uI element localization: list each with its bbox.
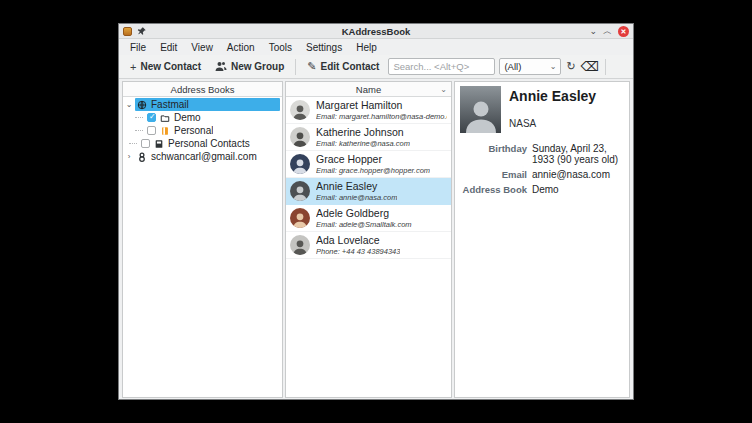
menu-file[interactable]: File <box>123 41 153 54</box>
group-icon <box>215 61 227 72</box>
tree-item-demo[interactable]: Demo <box>123 111 282 124</box>
avatar <box>290 181 310 201</box>
main-content: Address Books ⌄ Fastmail <box>119 79 633 399</box>
refresh-icon[interactable]: ↻ <box>565 60 576 73</box>
address-books-tree: ⌄ Fastmail <box>123 97 282 163</box>
detail-fields: Birthday Sunday, April 23, 1933 (90 year… <box>460 143 624 195</box>
menu-tools[interactable]: Tools <box>262 41 299 54</box>
contact-list-panel: Name ⌄ Margaret Hamilton Email: margaret… <box>285 81 452 398</box>
contact-photo <box>460 86 501 133</box>
contact-row-margaret-hamilton[interactable]: Margaret Hamilton Email: margaret.hamilt… <box>286 97 451 124</box>
expand-arrow-icon[interactable]: › <box>123 152 135 161</box>
toolbar: + New Contact New Group ✎ Edit Contact <box>119 55 633 79</box>
contact-details-panel: Annie Easley NASA Birthday Sunday, April… <box>454 81 630 398</box>
contacts-book-icon <box>154 139 164 149</box>
edit-contact-button[interactable]: ✎ Edit Contact <box>302 58 384 75</box>
toolbar-separator <box>295 59 296 75</box>
name-column-header[interactable]: Name ⌄ <box>286 82 451 97</box>
globe-icon <box>137 100 147 110</box>
detail-organization: NASA <box>509 118 596 129</box>
pin-icon[interactable] <box>137 26 147 36</box>
menu-view[interactable]: View <box>184 41 220 54</box>
column-settings-icon[interactable]: ⌄ <box>440 85 447 94</box>
contact-row-adele-goldberg[interactable]: Adele Goldberg Email: adele@Smalltalk.co… <box>286 205 451 232</box>
folder-icon <box>160 113 170 123</box>
demo-checkbox[interactable] <box>147 113 156 122</box>
personal-checkbox[interactable] <box>147 126 156 135</box>
notebook-icon <box>160 126 170 136</box>
tree-item-gmail-account[interactable]: › schwancarl@gmail.com <box>123 150 282 163</box>
tree-item-fastmail[interactable]: ⌄ Fastmail <box>123 98 282 111</box>
detail-contact-name: Annie Easley <box>509 88 596 104</box>
tree-item-personal[interactable]: Personal <box>123 124 282 137</box>
titlebar[interactable]: KAddressBook ⌄ ︿ ✕ <box>119 24 633 39</box>
address-book-value: Demo <box>532 184 624 195</box>
chevron-down-icon: ⌄ <box>550 62 557 71</box>
desktop-background: KAddressBook ⌄ ︿ ✕ File Edit View Action… <box>0 0 752 423</box>
avatar <box>290 127 310 147</box>
birthday-label: Birthday <box>460 143 527 165</box>
email-value[interactable]: annie@nasa.com <box>532 169 624 180</box>
search-input[interactable] <box>388 58 495 75</box>
avatar <box>290 154 310 174</box>
google-account-icon <box>137 152 147 162</box>
birthday-value: Sunday, April 23, 1933 (90 years old) <box>532 143 624 165</box>
toolbar-separator <box>605 59 606 75</box>
menu-help[interactable]: Help <box>349 41 384 54</box>
address-books-panel: Address Books ⌄ Fastmail <box>122 81 283 398</box>
menu-settings[interactable]: Settings <box>299 41 349 54</box>
contact-row-katherine-johnson[interactable]: Katherine Johnson Email: katherine@nasa.… <box>286 124 451 151</box>
new-group-button[interactable]: New Group <box>210 59 289 74</box>
address-book-label: Address Book <box>460 184 527 195</box>
app-icon <box>123 27 132 36</box>
contact-row-annie-easley[interactable]: Annie Easley Email: annie@nasa.com <box>286 178 451 205</box>
avatar <box>290 208 310 228</box>
kaddressbook-window: KAddressBook ⌄ ︿ ✕ File Edit View Action… <box>118 23 634 400</box>
menubar: File Edit View Action Tools Settings Hel… <box>119 39 633 55</box>
email-label: Email <box>460 169 527 180</box>
address-books-header: Address Books <box>123 82 282 97</box>
close-button[interactable]: ✕ <box>618 26 629 37</box>
tree-item-personal-contacts[interactable]: Personal Contacts <box>123 137 282 150</box>
collapse-arrow-icon[interactable]: ⌄ <box>123 100 135 109</box>
pencil-icon: ✎ <box>307 60 316 73</box>
contact-list: Margaret Hamilton Email: margaret.hamilt… <box>286 97 451 397</box>
menu-action[interactable]: Action <box>220 41 262 54</box>
new-contact-button[interactable]: + New Contact <box>125 59 206 75</box>
avatar <box>290 235 310 255</box>
minimize-button[interactable]: ⌄ <box>589 27 597 36</box>
personal-contacts-checkbox[interactable] <box>141 139 150 148</box>
plus-icon: + <box>130 61 136 73</box>
filter-dropdown[interactable]: (All) ⌄ <box>499 58 561 75</box>
maximize-button[interactable]: ︿ <box>603 27 612 36</box>
clear-search-icon[interactable]: ⌫ <box>581 59 599 74</box>
contact-row-grace-hopper[interactable]: Grace Hopper Email: grace.hopper@hopper.… <box>286 151 451 178</box>
contact-row-ada-lovelace[interactable]: Ada Lovelace Phone: +44 43 43894343 <box>286 232 451 259</box>
window-title: KAddressBook <box>119 26 633 37</box>
avatar <box>290 100 310 120</box>
menu-edit[interactable]: Edit <box>153 41 184 54</box>
